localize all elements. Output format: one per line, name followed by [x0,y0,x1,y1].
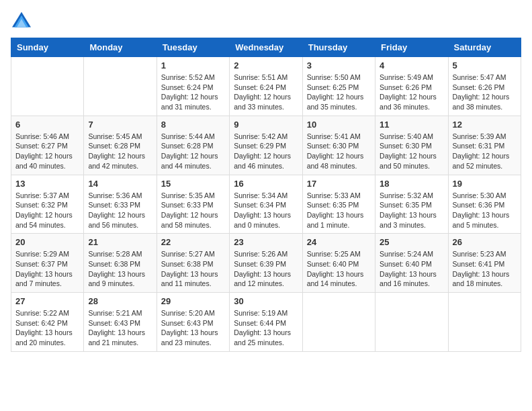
calendar-cell: 20Sunrise: 5:29 AMSunset: 6:37 PMDayligh… [11,234,84,293]
logo [11,11,35,30]
day-info: Sunrise: 5:42 AMSunset: 6:29 PMDaylight:… [234,132,298,171]
day-number: 16 [234,179,298,189]
calendar-cell: 16Sunrise: 5:34 AMSunset: 6:34 PMDayligh… [230,175,302,234]
day-number: 19 [453,179,517,189]
calendar-cell: 25Sunrise: 5:24 AMSunset: 6:40 PMDayligh… [375,234,448,293]
day-number: 27 [15,296,79,306]
day-info: Sunrise: 5:32 AMSunset: 6:35 PMDaylight:… [380,191,443,230]
calendar-cell: 15Sunrise: 5:35 AMSunset: 6:33 PMDayligh… [157,175,229,234]
calendar-cell: 21Sunrise: 5:28 AMSunset: 6:38 PMDayligh… [84,234,157,293]
day-number: 18 [380,179,443,189]
day-info: Sunrise: 5:39 AMSunset: 6:31 PMDaylight:… [453,132,517,171]
calendar-cell: 2Sunrise: 5:51 AMSunset: 6:24 PMDaylight… [230,57,302,116]
page-header [11,11,521,30]
calendar-cell [84,57,157,116]
calendar-cell [302,293,375,352]
day-number: 22 [161,237,225,247]
day-info: Sunrise: 5:25 AMSunset: 6:40 PMDaylight:… [307,249,371,289]
calendar-table: SundayMondayTuesdayWednesdayThursdayFrid… [11,38,521,352]
day-number: 10 [307,120,371,130]
calendar-cell: 9Sunrise: 5:42 AMSunset: 6:29 PMDaylight… [230,116,302,175]
day-info: Sunrise: 5:36 AMSunset: 6:33 PMDaylight:… [88,191,152,230]
day-info: Sunrise: 5:33 AMSunset: 6:35 PMDaylight:… [307,191,371,230]
day-number: 5 [453,60,517,71]
day-info: Sunrise: 5:47 AMSunset: 6:26 PMDaylight:… [453,73,517,112]
day-info: Sunrise: 5:20 AMSunset: 6:43 PMDaylight:… [161,308,225,348]
calendar-cell: 24Sunrise: 5:25 AMSunset: 6:40 PMDayligh… [302,234,375,293]
day-number: 9 [234,120,298,130]
day-info: Sunrise: 5:49 AMSunset: 6:26 PMDaylight:… [380,73,443,112]
day-info: Sunrise: 5:21 AMSunset: 6:43 PMDaylight:… [88,308,152,348]
day-of-week-header: Thursday [302,38,375,57]
calendar-cell: 5Sunrise: 5:47 AMSunset: 6:26 PMDaylight… [448,57,521,116]
calendar-cell [448,293,521,352]
calendar-cell: 27Sunrise: 5:22 AMSunset: 6:42 PMDayligh… [11,293,84,352]
day-info: Sunrise: 5:26 AMSunset: 6:39 PMDaylight:… [234,249,298,289]
calendar-cell: 19Sunrise: 5:30 AMSunset: 6:36 PMDayligh… [448,175,521,234]
day-info: Sunrise: 5:37 AMSunset: 6:32 PMDaylight:… [15,191,79,230]
day-number: 17 [307,179,371,189]
day-number: 11 [380,120,443,130]
day-number: 15 [161,179,225,189]
day-info: Sunrise: 5:29 AMSunset: 6:37 PMDaylight:… [15,249,79,289]
day-info: Sunrise: 5:41 AMSunset: 6:30 PMDaylight:… [307,132,371,171]
day-info: Sunrise: 5:27 AMSunset: 6:38 PMDaylight:… [161,249,225,289]
day-of-week-header: Sunday [11,38,84,57]
calendar-cell: 10Sunrise: 5:41 AMSunset: 6:30 PMDayligh… [302,116,375,175]
calendar-header-row: SundayMondayTuesdayWednesdayThursdayFrid… [11,38,521,57]
day-info: Sunrise: 5:34 AMSunset: 6:34 PMDaylight:… [234,191,298,230]
day-number: 1 [161,60,225,71]
day-info: Sunrise: 5:35 AMSunset: 6:33 PMDaylight:… [161,191,225,230]
calendar-cell [375,293,448,352]
day-info: Sunrise: 5:30 AMSunset: 6:36 PMDaylight:… [453,191,517,230]
calendar-cell: 29Sunrise: 5:20 AMSunset: 6:43 PMDayligh… [157,293,229,352]
calendar-cell: 22Sunrise: 5:27 AMSunset: 6:38 PMDayligh… [157,234,229,293]
day-info: Sunrise: 5:52 AMSunset: 6:24 PMDaylight:… [161,73,225,112]
calendar-cell: 23Sunrise: 5:26 AMSunset: 6:39 PMDayligh… [230,234,302,293]
day-info: Sunrise: 5:50 AMSunset: 6:25 PMDaylight:… [307,73,371,112]
day-info: Sunrise: 5:23 AMSunset: 6:41 PMDaylight:… [453,249,517,289]
day-of-week-header: Saturday [448,38,521,57]
day-number: 13 [15,179,79,189]
calendar-cell: 1Sunrise: 5:52 AMSunset: 6:24 PMDaylight… [157,57,229,116]
calendar-week-row: 6Sunrise: 5:46 AMSunset: 6:27 PMDaylight… [11,116,521,175]
calendar-cell: 11Sunrise: 5:40 AMSunset: 6:30 PMDayligh… [375,116,448,175]
day-number: 3 [307,60,371,71]
day-info: Sunrise: 5:24 AMSunset: 6:40 PMDaylight:… [380,249,443,289]
day-number: 6 [15,120,79,130]
calendar-cell: 6Sunrise: 5:46 AMSunset: 6:27 PMDaylight… [11,116,84,175]
calendar-cell: 7Sunrise: 5:45 AMSunset: 6:28 PMDaylight… [84,116,157,175]
day-number: 23 [234,237,298,247]
calendar-cell: 4Sunrise: 5:49 AMSunset: 6:26 PMDaylight… [375,57,448,116]
day-number: 21 [88,237,152,247]
calendar-cell: 28Sunrise: 5:21 AMSunset: 6:43 PMDayligh… [84,293,157,352]
calendar-cell: 30Sunrise: 5:19 AMSunset: 6:44 PMDayligh… [230,293,302,352]
day-number: 8 [161,120,225,130]
calendar-week-row: 13Sunrise: 5:37 AMSunset: 6:32 PMDayligh… [11,175,521,234]
day-of-week-header: Wednesday [230,38,302,57]
calendar-cell: 12Sunrise: 5:39 AMSunset: 6:31 PMDayligh… [448,116,521,175]
day-number: 28 [88,296,152,306]
calendar-week-row: 20Sunrise: 5:29 AMSunset: 6:37 PMDayligh… [11,234,521,293]
day-number: 2 [234,60,298,71]
day-number: 20 [15,237,79,247]
calendar-cell: 18Sunrise: 5:32 AMSunset: 6:35 PMDayligh… [375,175,448,234]
day-of-week-header: Monday [84,38,157,57]
day-info: Sunrise: 5:44 AMSunset: 6:28 PMDaylight:… [161,132,225,171]
day-of-week-header: Tuesday [157,38,229,57]
day-info: Sunrise: 5:40 AMSunset: 6:30 PMDaylight:… [380,132,443,171]
day-info: Sunrise: 5:51 AMSunset: 6:24 PMDaylight:… [234,73,298,112]
calendar-cell: 26Sunrise: 5:23 AMSunset: 6:41 PMDayligh… [448,234,521,293]
calendar-cell [11,57,84,116]
day-number: 26 [453,237,517,247]
calendar-cell: 8Sunrise: 5:44 AMSunset: 6:28 PMDaylight… [157,116,229,175]
day-number: 14 [88,179,152,189]
calendar-week-row: 1Sunrise: 5:52 AMSunset: 6:24 PMDaylight… [11,57,521,116]
day-of-week-header: Friday [375,38,448,57]
day-number: 7 [88,120,152,130]
day-info: Sunrise: 5:28 AMSunset: 6:38 PMDaylight:… [88,249,152,289]
day-info: Sunrise: 5:46 AMSunset: 6:27 PMDaylight:… [15,132,79,171]
calendar-week-row: 27Sunrise: 5:22 AMSunset: 6:42 PMDayligh… [11,293,521,352]
day-info: Sunrise: 5:22 AMSunset: 6:42 PMDaylight:… [15,308,79,348]
day-number: 30 [234,296,298,306]
